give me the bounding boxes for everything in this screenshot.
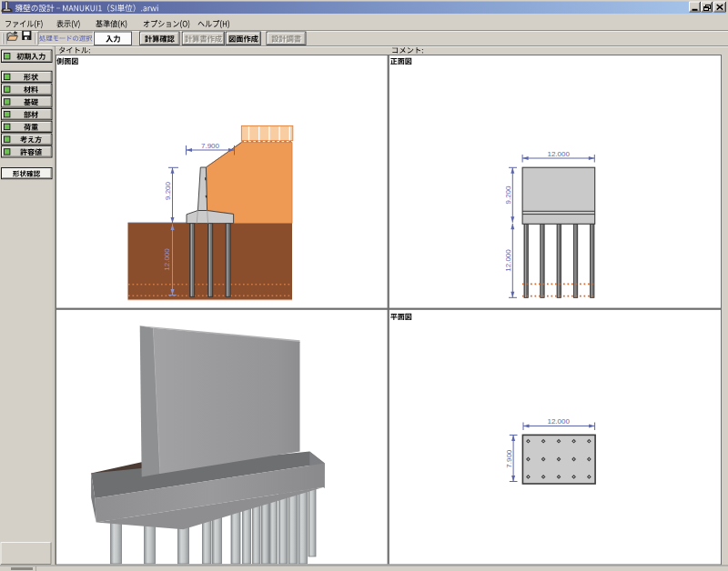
- svg-text:12.000: 12.000: [163, 248, 171, 271]
- svg-text:7.900: 7.900: [201, 142, 220, 150]
- svg-text:12.000: 12.000: [504, 249, 512, 272]
- svg-text:12.000: 12.000: [547, 150, 570, 158]
- svg-text:9.200: 9.200: [504, 185, 512, 205]
- svg-text:12.000: 12.000: [547, 417, 570, 426]
- svg-text:9.200: 9.200: [164, 181, 172, 200]
- svg-text:7.900: 7.900: [505, 449, 513, 468]
